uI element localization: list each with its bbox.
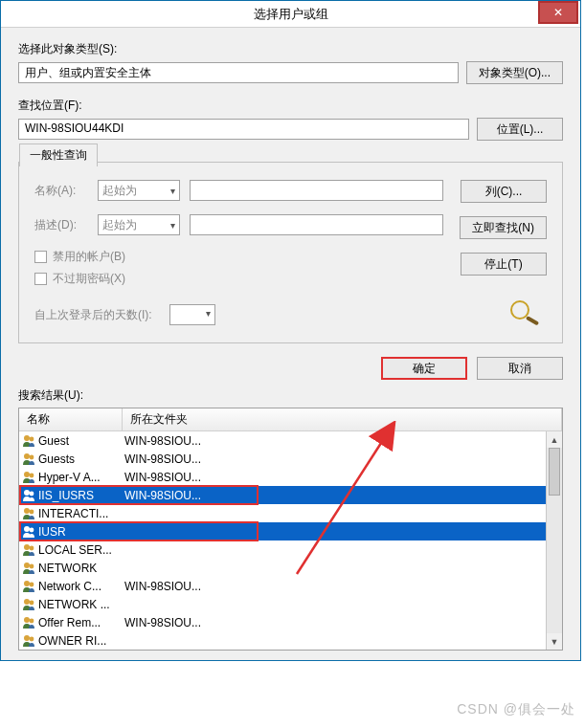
table-row[interactable]: NETWORK ... <box>19 595 562 613</box>
cell-name: NETWORK <box>21 561 123 576</box>
dialog: 选择用户或组 ✕ 选择此对象类型(S): 用户、组或内置安全主体 对象类型(O)… <box>0 0 581 661</box>
table-row[interactable]: GuestWIN-98SIOU... <box>19 431 562 450</box>
ok-button[interactable]: 确定 <box>381 357 467 380</box>
svg-point-16 <box>24 563 30 568</box>
cell-name: OWNER RI... <box>21 633 123 649</box>
group-icon <box>21 561 36 576</box>
table-row[interactable]: LOCAL SER... <box>19 540 562 559</box>
group-icon <box>21 506 36 521</box>
svg-point-8 <box>24 490 30 496</box>
svg-point-22 <box>24 617 30 623</box>
cancel-button[interactable]: 取消 <box>477 357 563 380</box>
svg-point-14 <box>24 544 30 550</box>
titlebar: 选择用户或组 ✕ <box>1 1 580 28</box>
locations-button[interactable]: 位置(L)... <box>477 118 563 141</box>
group-icon <box>21 488 36 503</box>
cell-folder: WIN-98SIOU... <box>123 616 562 629</box>
cell-folder: WIN-98SIOU... <box>123 471 562 484</box>
svg-point-2 <box>24 435 30 441</box>
svg-point-24 <box>24 635 30 641</box>
common-queries-fieldset: 一般性查询 名称(A): 起始为 描述(D): 起始为 禁用 <box>18 162 563 343</box>
scroll-thumb[interactable] <box>549 448 560 496</box>
noexpire-checkbox[interactable] <box>34 273 47 285</box>
desc-input[interactable] <box>190 214 443 235</box>
col-name[interactable]: 名称 <box>19 408 123 430</box>
cell-name: IIS_IUSRS <box>21 488 123 503</box>
group-icon <box>21 579 36 594</box>
cell-folder: WIN-98SIOU... <box>123 580 562 593</box>
user-icon <box>21 524 36 540</box>
object-type-label: 选择此对象类型(S): <box>18 41 563 57</box>
cell-name: INTERACTI... <box>21 506 123 521</box>
object-type-input[interactable]: 用户、组或内置安全主体 <box>18 62 459 83</box>
noexpire-label: 不过期密码(X) <box>53 271 125 287</box>
cell-name: Offer Rem... <box>21 615 123 630</box>
results-table: 名称 所在文件夹 ▲ ▼ GuestWIN-98SIOU...GuestsWIN… <box>18 408 563 651</box>
group-icon <box>21 597 36 612</box>
table-row[interactable]: OWNER RI... <box>19 631 562 650</box>
svg-point-5 <box>30 454 34 459</box>
stop-button[interactable]: 停止(T) <box>461 253 547 276</box>
cell-folder: WIN-98SIOU... <box>123 489 562 502</box>
user-icon <box>21 433 36 449</box>
results-label: 搜索结果(U): <box>18 387 563 404</box>
name-label: 名称(A): <box>34 183 88 199</box>
name-input[interactable] <box>190 180 443 201</box>
svg-point-0 <box>511 301 529 319</box>
watermark: CSDN @俱会一处 <box>457 701 575 718</box>
object-types-button[interactable]: 对象类型(O)... <box>466 61 563 84</box>
close-button[interactable]: ✕ <box>538 1 578 24</box>
scroll-up-icon[interactable]: ▲ <box>547 431 562 448</box>
search-decor-icon <box>505 297 547 325</box>
svg-point-13 <box>30 527 34 532</box>
svg-point-19 <box>30 582 34 586</box>
group-icon <box>21 615 36 630</box>
user-icon <box>21 633 36 649</box>
disabled-accounts-label: 禁用的帐户(B) <box>53 249 125 265</box>
svg-point-11 <box>30 509 34 514</box>
desc-label: 描述(D): <box>34 217 88 233</box>
disabled-accounts-checkbox[interactable] <box>34 251 47 263</box>
dialog-title: 选择用户或组 <box>1 6 580 23</box>
svg-rect-1 <box>526 316 539 325</box>
find-now-button[interactable]: 立即查找(N) <box>460 216 547 239</box>
table-row[interactable]: NETWORK <box>19 559 562 577</box>
dialog-content: 选择此对象类型(S): 用户、组或内置安全主体 对象类型(O)... 查找位置(… <box>1 28 580 660</box>
svg-point-23 <box>30 618 34 623</box>
svg-point-17 <box>30 563 34 568</box>
name-combo[interactable]: 起始为 <box>98 180 180 201</box>
cell-name: Guests <box>21 452 123 467</box>
svg-point-20 <box>24 599 30 605</box>
days-combo[interactable] <box>169 304 215 325</box>
svg-point-25 <box>30 636 34 641</box>
scrollbar[interactable]: ▲ ▼ <box>546 431 562 650</box>
table-row[interactable]: IUSR <box>19 522 562 540</box>
tab-common-queries[interactable]: 一般性查询 <box>19 143 98 166</box>
svg-point-10 <box>24 508 30 514</box>
group-icon <box>21 452 36 467</box>
table-row[interactable]: Offer Rem...WIN-98SIOU... <box>19 613 562 631</box>
cell-folder: WIN-98SIOU... <box>123 452 562 466</box>
cell-folder: WIN-98SIOU... <box>123 434 562 448</box>
table-row[interactable]: GuestsWIN-98SIOU... <box>19 450 562 468</box>
table-row[interactable]: INTERACTI... <box>19 504 562 522</box>
svg-point-18 <box>24 581 30 586</box>
cell-name: Network C... <box>21 579 123 594</box>
close-icon: ✕ <box>553 6 563 19</box>
table-row[interactable]: Network C...WIN-98SIOU... <box>19 577 562 595</box>
cell-name: Hyper-V A... <box>21 470 123 485</box>
cell-name: Guest <box>21 433 123 449</box>
table-row[interactable]: Hyper-V A...WIN-98SIOU... <box>19 468 562 486</box>
table-row[interactable]: IIS_IUSRSWIN-98SIOU... <box>19 486 562 504</box>
location-input[interactable]: WIN-98SIOU44KDI <box>18 119 469 140</box>
group-icon <box>21 470 36 485</box>
svg-point-6 <box>24 472 30 477</box>
svg-point-4 <box>24 453 30 459</box>
columns-button[interactable]: 列(C)... <box>461 180 547 203</box>
location-label: 查找位置(F): <box>18 98 563 114</box>
col-folder[interactable]: 所在文件夹 <box>123 408 562 430</box>
scroll-down-icon[interactable]: ▼ <box>547 633 562 650</box>
desc-combo[interactable]: 起始为 <box>98 214 180 235</box>
cell-name: LOCAL SER... <box>21 542 123 558</box>
cell-name: NETWORK ... <box>21 597 123 612</box>
